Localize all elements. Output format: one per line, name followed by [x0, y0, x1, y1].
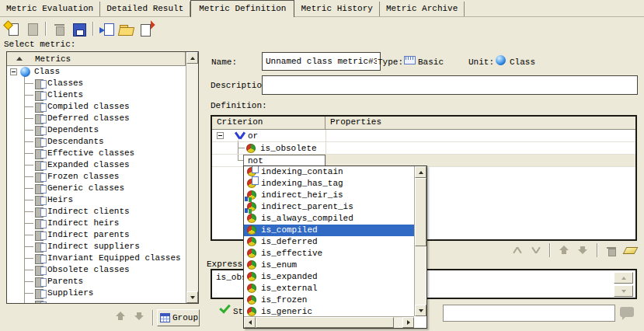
tree-item[interactable]: Suppliers	[7, 287, 186, 299]
scroll-up-icon[interactable]	[415, 166, 426, 178]
tree-item[interactable]: Dependents	[7, 124, 186, 136]
description-input[interactable]	[262, 75, 638, 95]
dropdown-item[interactable]: is_effective	[244, 248, 414, 260]
scroll-up-icon[interactable]	[186, 52, 198, 64]
dropdown-item[interactable]: indirect_heir_is	[244, 190, 414, 201]
status-input[interactable]	[443, 305, 615, 322]
basic-type-icon	[404, 56, 416, 64]
dropdown-item[interactable]: indexing_contain	[244, 166, 414, 178]
criterion-pie-icon	[247, 167, 256, 176]
export-metrics-icon[interactable]	[138, 21, 154, 37]
dropdown-item[interactable]: is_always_compiled	[244, 213, 414, 225]
tree-item[interactable]: Expanded classes	[7, 159, 186, 171]
save-metric-icon[interactable]	[71, 21, 87, 37]
tree-scrollbar[interactable]	[186, 52, 198, 303]
dropdown-vertical-scrollbar[interactable]	[414, 166, 426, 316]
dropdown-horizontal-scrollbar[interactable]	[244, 316, 414, 328]
erase-criterion-icon[interactable]	[623, 244, 637, 256]
tree-item-label: Classes	[47, 78, 83, 88]
tree-item[interactable]: Heirs	[7, 194, 186, 206]
move-down-icon[interactable]	[576, 244, 590, 256]
tree-item[interactable]: Indirect parents	[7, 229, 186, 241]
scrollbar-thumb[interactable]	[415, 178, 426, 246]
and-criterion-icon[interactable]	[510, 244, 524, 256]
dropdown-item[interactable]: is_expanded	[244, 271, 414, 283]
unit-label: Unit:	[468, 57, 494, 67]
tree-item-class-root[interactable]: Class	[7, 66, 186, 78]
icon-art	[51, 21, 68, 37]
dropdown-item[interactable]: is_deferred	[244, 236, 414, 248]
tree-item[interactable]: Descendants	[7, 136, 186, 148]
tree-item[interactable]: Clients	[7, 89, 186, 101]
tree-item-label: Generic classes	[47, 183, 124, 193]
tree-item[interactable]: Invariant Equipped classes	[7, 253, 186, 264]
copy-metric-icon[interactable]	[23, 21, 40, 37]
dropdown-item[interactable]: is_enum	[244, 260, 414, 271]
open-folder-icon[interactable]	[118, 21, 134, 37]
metric-toolbar	[4, 20, 154, 37]
tab[interactable]: Detailed Result	[100, 2, 190, 16]
metric-icon	[35, 277, 46, 286]
class-unit-icon	[20, 67, 30, 77]
delete-metric-icon[interactable]	[51, 21, 68, 37]
scroll-down-icon[interactable]	[415, 305, 426, 316]
scroll-down-icon[interactable]	[614, 285, 633, 297]
dropdown-item-label: is_enum	[261, 260, 297, 270]
tree-item[interactable]: Obsolete classes	[7, 264, 186, 276]
tree-item[interactable]: Frozen classes	[7, 171, 186, 183]
new-metric-icon[interactable]	[4, 21, 20, 37]
metric-tool-window: Metric Evaluation Detailed Result Metric…	[0, 0, 644, 331]
dropdown-item[interactable]: indexing_has_tag	[244, 178, 414, 190]
column-header-properties[interactable]: Properties	[325, 117, 635, 129]
import-metrics-icon[interactable]	[99, 21, 115, 37]
dropdown-item[interactable]: is_frozen	[244, 294, 414, 306]
dropdown-item-label: indirect_parent_is	[261, 202, 353, 211]
tab[interactable]: Metric Evaluation	[0, 2, 100, 16]
tree-item[interactable]: Parents	[7, 276, 186, 287]
tree-column-header[interactable]: Metrics	[7, 52, 186, 66]
comment-bubble-icon[interactable]	[620, 307, 634, 317]
tab[interactable]: Metric Definition	[190, 0, 294, 17]
criterion-pie-icon	[247, 249, 256, 258]
tree-item-clipped[interactable]	[7, 299, 186, 303]
collapse-expander-icon[interactable]	[10, 68, 17, 75]
group-button[interactable]: Group	[157, 309, 200, 326]
criterion-pie-icon	[247, 272, 256, 281]
dropdown-item[interactable]: indirect_parent_is	[244, 201, 414, 213]
column-header-criterion[interactable]: Criterion	[212, 117, 325, 129]
dropdown-item[interactable]: is_compiled	[244, 225, 414, 236]
tree-header-label: Metrics	[35, 54, 71, 64]
scroll-up-icon[interactable]	[614, 272, 633, 284]
dropdown-item[interactable]: is_generic	[244, 306, 414, 316]
tree-item[interactable]: Indirect suppliers	[7, 241, 186, 253]
tree-item[interactable]: Deferred classes	[7, 113, 186, 124]
tree-item[interactable]: Compiled classes	[7, 101, 186, 113]
tree-item[interactable]: Indirect clients	[7, 206, 186, 218]
or-criterion-icon[interactable]	[528, 244, 542, 256]
tree-item[interactable]: Classes	[7, 78, 186, 89]
criterion-row-or[interactable]: or	[212, 130, 635, 142]
scroll-right-icon[interactable]	[402, 317, 414, 328]
class-unit-icon	[496, 55, 506, 65]
move-metric-up-icon[interactable]	[115, 312, 127, 322]
scroll-left-icon[interactable]	[244, 317, 256, 328]
scroll-down-icon[interactable]	[186, 291, 198, 303]
tab[interactable]: Metric Archive	[380, 2, 465, 16]
criterion-row-is-obsolete[interactable]: is_obsolete	[212, 142, 635, 155]
tree-item[interactable]: Generic classes	[7, 183, 186, 194]
tree-item-label: Indirect suppliers	[47, 242, 140, 251]
collapse-expander-icon[interactable]	[217, 132, 224, 139]
move-metric-down-icon[interactable]	[134, 312, 146, 322]
metric-icon	[35, 289, 46, 298]
dropdown-item[interactable]: is_external	[244, 283, 414, 294]
tab[interactable]: Metric History	[294, 2, 379, 16]
scrollbar-thumb[interactable]	[256, 317, 394, 328]
criterion-toolbar	[510, 242, 637, 258]
tree-item-label: Suppliers	[47, 288, 93, 298]
tree-item-label: Heirs	[47, 195, 73, 204]
move-up-icon[interactable]	[557, 244, 571, 256]
tree-item[interactable]: Indirect heirs	[7, 218, 186, 229]
name-input[interactable]	[262, 52, 381, 71]
tree-item[interactable]: Effective classes	[7, 148, 186, 159]
delete-criterion-icon[interactable]	[604, 244, 618, 256]
